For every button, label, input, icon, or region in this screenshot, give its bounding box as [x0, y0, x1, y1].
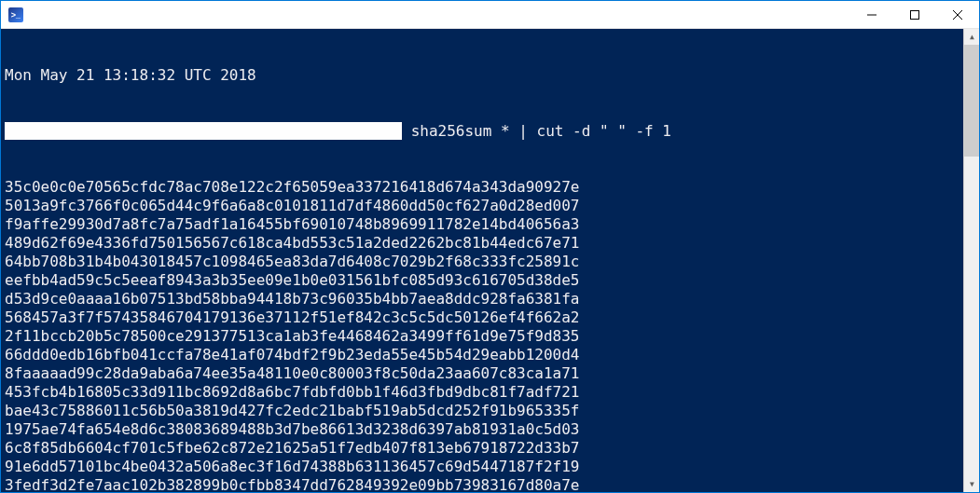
hash-output-line: 3fedf3d2fe7aac102b382899b0cfbb8347dd7628…: [5, 476, 975, 492]
titlebar[interactable]: >_: [1, 1, 979, 29]
minimize-icon: [867, 10, 876, 20]
hash-output-line: bae43c75886011c56b50a3819d427fc2edc21bab…: [5, 402, 975, 420]
hash-output-line: 35c0e0c0e70565cfdc78ac708e122c2f65059ea3…: [5, 178, 975, 197]
scroll-up-arrow[interactable]: ▲: [964, 29, 979, 45]
hash-output-line: 6c8f85db6604cf701c5fbe62c872e21625a51f7e…: [5, 439, 975, 458]
hash-output-line: 5013a9fc3766f0c065d44c9f6a6a8c0101811d7d…: [5, 197, 975, 215]
hash-output-line: 1975ae74fa654e8d6c38083689488b3d7be86613…: [5, 420, 975, 439]
command-redacted-prefix: [5, 122, 402, 140]
powershell-icon: >_: [8, 7, 23, 22]
minimize-button[interactable]: [850, 1, 893, 28]
powershell-window: >_ Mon May 21 13:18:32 UTC 2018 sha256su…: [0, 0, 980, 493]
hash-output-line: 568457a3f7f57435846704179136e37112f51ef8…: [5, 308, 975, 327]
hash-output-line: eefbb4ad59c5c5eeaf8943a3b35ee09e1b0e0315…: [5, 271, 975, 290]
close-button[interactable]: [936, 1, 979, 28]
hash-output-line: 2f11bccb20b5c78500ce291377513ca1ab3fe446…: [5, 327, 975, 346]
hash-output-line: d53d9ce0aaaa16b07513bd58bba94418b73c9603…: [5, 290, 975, 308]
hash-output-line: 64bb708b31b4b043018457c1098465ea83da7d64…: [5, 253, 975, 271]
terminal-content: Mon May 21 13:18:32 UTC 2018 sha256sum *…: [1, 29, 979, 492]
hash-output-line: 8faaaaad99c28da9aba6a74ee35a48110e0c8000…: [5, 364, 975, 383]
scrollbar-thumb[interactable]: [964, 45, 979, 157]
hash-output-line: f9affe29930d7a8fc7a75adf1a16455bf6901074…: [5, 215, 975, 234]
hash-output-line: 453fcb4b16805c33d911bc8692d8a6bc7fdbfd0b…: [5, 383, 975, 402]
command-text: sha256sum * | cut -d " " -f 1: [402, 122, 671, 141]
command-line: sha256sum * | cut -d " " -f 1: [5, 122, 975, 141]
timestamp-line: Mon May 21 13:18:32 UTC 2018: [5, 66, 975, 85]
close-icon: [953, 10, 962, 20]
window-controls: [850, 1, 979, 28]
terminal-area[interactable]: Mon May 21 13:18:32 UTC 2018 sha256sum *…: [1, 29, 979, 492]
scroll-down-arrow[interactable]: ▼: [964, 476, 979, 492]
maximize-button[interactable]: [893, 1, 936, 28]
hash-output-line: 66ddd0edb16bfb041ccfa78e41af074bdf2f9b23…: [5, 346, 975, 364]
maximize-icon: [910, 10, 919, 20]
hash-output-line: 489d62f69e4336fd750156567c618ca4bd553c51…: [5, 234, 975, 253]
vertical-scrollbar[interactable]: ▲ ▼: [963, 29, 979, 492]
hash-output-line: 91e6dd57101bc4be0432a506a8ec3f16d74388b6…: [5, 458, 975, 476]
svg-rect-1: [911, 10, 919, 19]
